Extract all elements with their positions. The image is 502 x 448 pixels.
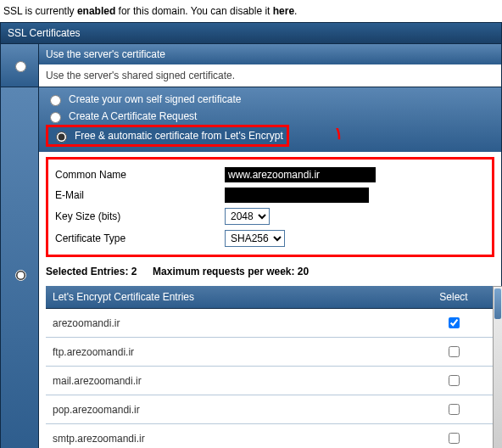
ssl-state: enabled — [77, 5, 115, 17]
table-row: ftp.arezoomandi.ir — [46, 338, 494, 367]
entry-name: arezoomandi.ir — [46, 309, 413, 338]
col-entries[interactable]: Let's Encrypt Certificate Entries — [46, 286, 413, 309]
radio-csr[interactable]: Create A Certificate Request — [46, 108, 494, 125]
entry-checkbox[interactable] — [449, 317, 460, 328]
entry-select-cell — [413, 338, 494, 367]
entry-name: ftp.arezoomandi.ir — [46, 338, 413, 367]
disable-ssl-link[interactable]: here — [273, 5, 294, 17]
scrollbar-thumb[interactable] — [494, 288, 501, 319]
entry-checkbox[interactable] — [449, 375, 460, 386]
section-server-cert-desc: Use the server's shared signed certifica… — [39, 64, 501, 87]
lets-encrypt-form: Common Name www.arezoomandi.ir E-Mail Ke… — [46, 157, 494, 257]
section-server-cert: Use the server's certificate Use the ser… — [0, 44, 502, 87]
label-common-name: Common Name — [55, 169, 225, 181]
section-radio-col — [1, 87, 39, 448]
label-cert-type: Certificate Type — [55, 232, 225, 244]
value-email — [225, 188, 369, 203]
entry-select-cell — [413, 424, 494, 449]
section-server-cert-title[interactable]: Use the server's certificate — [39, 44, 501, 64]
radio-lets-encrypt-input[interactable] — [56, 132, 67, 143]
entry-checkbox[interactable] — [449, 404, 460, 415]
custom-cert-radio[interactable] — [15, 270, 26, 281]
radio-self-signed-input[interactable] — [50, 95, 61, 106]
entry-name: pop.arezoomandi.ir — [46, 395, 413, 424]
entry-select-cell — [413, 395, 494, 424]
entry-select-cell — [413, 309, 494, 338]
entry-name: smtp.arezoomandi.ir — [46, 424, 413, 449]
selection-summary: Selected Entries: 2 Maximum requests per… — [39, 264, 501, 286]
entry-checkbox[interactable] — [449, 346, 460, 357]
label-email: E-Mail — [55, 189, 225, 201]
table-row: pop.arezoomandi.ir — [46, 395, 494, 424]
table-row: mail.arezoomandi.ir — [46, 367, 494, 395]
ssl-status-notice: SSL is currently enabled for this domain… — [0, 0, 502, 22]
radio-csr-input[interactable] — [50, 112, 61, 123]
entries-table-wrap: Let's Encrypt Certificate Entries Select… — [46, 286, 494, 448]
cert-method-list: Create your own self signed certificate … — [39, 87, 501, 152]
section-radio-col — [1, 44, 39, 87]
use-server-cert-radio[interactable] — [15, 61, 26, 72]
annotation-1: ١ — [334, 123, 343, 143]
table-row: arezoomandi.ir — [46, 309, 494, 338]
ssl-certificates-header: SSL Certificates — [0, 22, 502, 44]
entry-select-cell — [413, 367, 494, 395]
table-row: smtp.arezoomandi.ir — [46, 424, 494, 449]
select-cert-type[interactable]: SHA256 — [225, 230, 285, 247]
select-key-size[interactable]: 2048 — [225, 208, 270, 225]
radio-self-signed[interactable]: Create your own self signed certificate — [46, 91, 494, 108]
value-common-name: www.arezoomandi.ir — [225, 167, 376, 182]
radio-lets-encrypt[interactable]: Free & automatic certificate from Let's … — [46, 125, 289, 147]
scrollbar[interactable] — [493, 286, 502, 448]
entry-name: mail.arezoomandi.ir — [46, 367, 413, 395]
entry-checkbox[interactable] — [449, 433, 460, 444]
section-custom-cert: Create your own self signed certificate … — [0, 87, 502, 448]
label-key-size: Key Size (bits) — [55, 210, 225, 222]
col-select[interactable]: Select — [413, 286, 494, 309]
entries-table: Let's Encrypt Certificate Entries Select… — [46, 286, 494, 448]
